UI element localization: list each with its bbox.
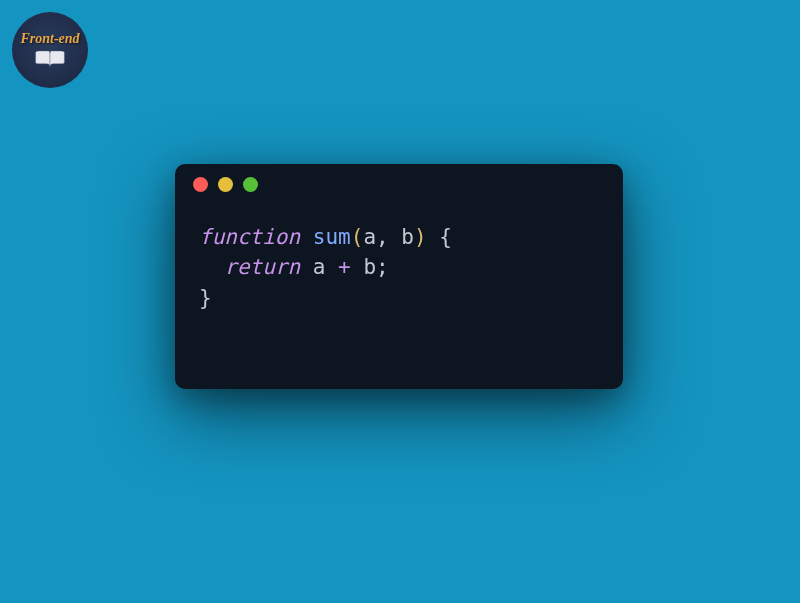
paren-close: ): [414, 225, 427, 249]
brace-close: }: [199, 286, 212, 310]
keyword-function: function: [199, 225, 300, 249]
semicolon: ;: [376, 255, 389, 279]
code-line-3: }: [199, 283, 599, 313]
paren-open: (: [351, 225, 364, 249]
close-button[interactable]: [193, 177, 208, 192]
window-titlebar: [175, 164, 623, 204]
book-icon: [34, 49, 66, 69]
minimize-button[interactable]: [218, 177, 233, 192]
brace-open: {: [427, 225, 452, 249]
expr-a: a: [300, 255, 338, 279]
operator-plus: +: [338, 255, 351, 279]
param-b: b: [401, 225, 414, 249]
maximize-button[interactable]: [243, 177, 258, 192]
code-line-2: return a + b;: [199, 252, 599, 282]
expr-b: b: [351, 255, 376, 279]
comma: ,: [376, 225, 401, 249]
param-a: a: [363, 225, 376, 249]
function-name: sum: [313, 225, 351, 249]
code-content: function sum(a, b) { return a + b; }: [175, 204, 623, 331]
logo-badge: Front-end: [12, 12, 88, 88]
code-line-1: function sum(a, b) {: [199, 222, 599, 252]
keyword-return: return: [224, 255, 300, 279]
logo-text: Front-end: [20, 31, 79, 47]
code-editor-window: function sum(a, b) { return a + b; }: [175, 164, 623, 389]
